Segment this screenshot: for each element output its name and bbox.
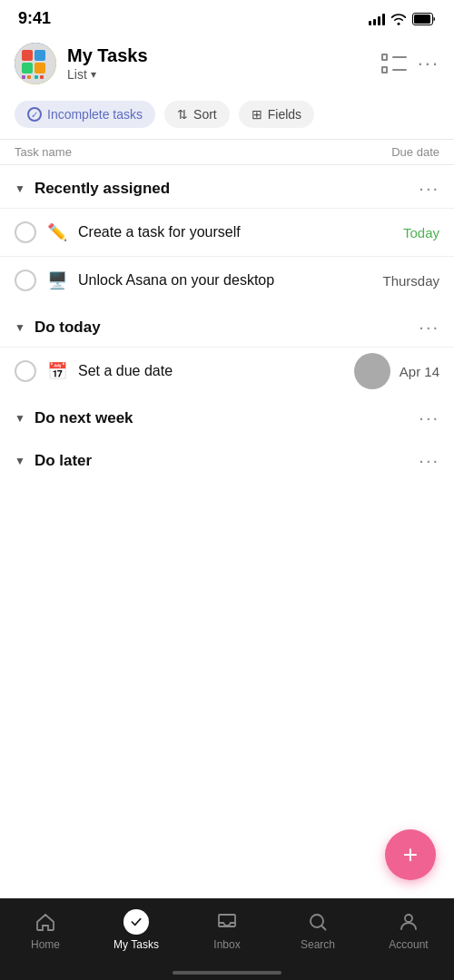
battery-icon [412,13,436,25]
task-checkbox[interactable] [15,270,36,291]
table-row[interactable]: ✏️ Create a task for yourself Today [0,208,454,256]
task-emoji: 📅 [47,361,67,381]
due-date-column-header: Due date [391,145,439,159]
wifi-icon [390,13,407,25]
section-do-next-week: ▼ Do next week ··· [0,395,454,437]
table-row[interactable]: 📅 Set a due date Apr 14 [0,347,454,395]
avatar-image [15,43,56,84]
header-subtitle[interactable]: List ▾ [67,67,148,82]
bottom-nav: Home My Tasks Inbox S [0,898,454,980]
nav-item-account[interactable]: Account [372,909,445,951]
section-title: Do later [35,452,92,470]
task-emoji: ✏️ [47,222,67,242]
nav-my-tasks-label: My Tasks [114,938,159,951]
section-title: Do today [35,318,101,337]
task-due-date: Apr 14 [400,364,439,379]
section-do-later: ▼ Do later ··· [0,437,454,480]
section-recently-assigned: ▼ Recently assigned ··· [0,165,454,208]
section-title: Recently assigned [35,180,170,198]
task-name: Unlock Asana on your desktop [78,272,274,289]
svg-rect-5 [22,63,33,74]
signal-bars-icon [369,13,385,25]
check-circle-icon [27,107,42,122]
nav-item-my-tasks[interactable]: My Tasks [100,909,173,951]
svg-rect-7 [22,75,25,79]
task-name: Set a due date [78,363,173,379]
header-title-group: My Tasks List ▾ [67,45,148,82]
avatar[interactable] [15,43,56,84]
fields-button[interactable]: ⊞ Fields [239,101,314,128]
search-icon [305,909,331,935]
sort-icon: ⇅ [177,107,188,122]
nav-item-inbox[interactable]: Inbox [191,909,263,951]
view-mode-label: List [67,67,87,82]
section-do-today: ▼ Do today ··· [0,304,454,347]
svg-rect-1 [414,15,430,24]
plus-icon: + [403,842,418,867]
task-due-date: Thursday [382,273,439,289]
filter-bar: Incomplete tasks ⇅ Sort ⊞ Fields [0,93,454,139]
nav-item-home[interactable]: Home [9,909,82,951]
section-more-icon[interactable]: ··· [419,178,439,199]
list-view-icon[interactable] [381,54,407,74]
fields-icon: ⊞ [252,107,262,122]
add-task-button[interactable]: + [385,829,436,880]
drag-handle[interactable] [354,353,390,389]
sort-button[interactable]: ⇅ Sort [164,101,230,128]
section-collapse-icon[interactable]: ▼ [15,321,25,334]
header: My Tasks List ▾ ··· [0,34,454,93]
inbox-icon [214,909,240,935]
svg-rect-9 [35,75,38,79]
section-more-icon[interactable]: ··· [419,450,439,471]
header-right: ··· [381,54,439,74]
my-tasks-icon [123,909,149,935]
task-name: Create a task for yourself [78,224,241,240]
column-headers: Task name Due date [0,139,454,165]
nav-search-label: Search [301,938,335,951]
nav-home-label: Home [31,938,60,951]
nav-item-search[interactable]: Search [281,909,354,951]
more-options-icon[interactable]: ··· [418,54,439,74]
home-indicator [173,971,281,975]
page-title: My Tasks [67,45,148,66]
nav-inbox-label: Inbox [213,938,240,951]
task-checkbox[interactable] [15,221,36,243]
status-time: 9:41 [18,9,51,28]
sort-label: Sort [193,107,217,122]
incomplete-tasks-filter[interactable]: Incomplete tasks [15,101,155,128]
status-bar: 9:41 [0,0,454,34]
svg-rect-3 [22,50,33,61]
status-icons [369,13,436,25]
svg-rect-4 [35,50,45,61]
svg-rect-8 [27,75,31,79]
section-more-icon[interactable]: ··· [419,317,439,338]
section-collapse-icon[interactable]: ▼ [15,182,25,195]
nav-account-label: Account [389,938,428,951]
svg-point-12 [405,915,412,922]
home-icon [33,909,58,935]
task-checkbox[interactable] [15,360,36,382]
svg-rect-6 [35,63,45,74]
fields-label: Fields [268,107,301,122]
svg-rect-10 [40,75,44,79]
chevron-down-icon: ▾ [91,68,96,81]
task-emoji: 🖥️ [47,270,67,290]
section-more-icon[interactable]: ··· [419,407,439,428]
section-collapse-icon[interactable]: ▼ [15,412,25,425]
section-collapse-icon[interactable]: ▼ [15,455,25,467]
header-left: My Tasks List ▾ [15,43,148,84]
section-title: Do next week [35,409,133,427]
incomplete-tasks-label: Incomplete tasks [47,107,143,122]
account-icon [396,909,421,935]
task-list: ▼ Recently assigned ··· ✏️ Create a task… [0,165,454,480]
table-row[interactable]: 🖥️ Unlock Asana on your desktop Thursday [0,256,454,304]
task-due-date: Today [403,225,439,240]
task-name-column-header: Task name [15,145,72,159]
